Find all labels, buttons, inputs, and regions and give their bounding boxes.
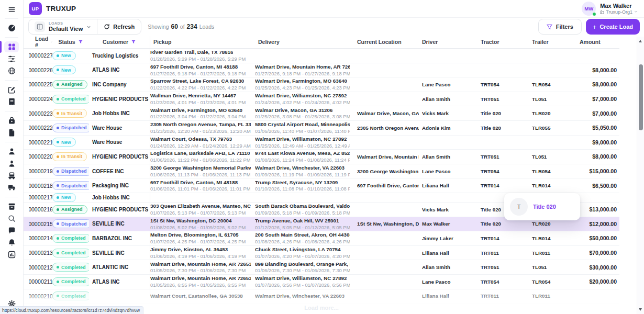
current-location bbox=[354, 77, 419, 92]
speedometer-icon bbox=[4, 23, 19, 33]
table-row[interactable]: 00000224CompletedHYGIENIC PRODUCTSWallma… bbox=[24, 92, 619, 107]
tractor-link[interactable]: Title 020 bbox=[533, 204, 556, 210]
trailer-link[interactable]: TL051 bbox=[529, 260, 579, 274]
avatar[interactable]: MW bbox=[582, 2, 596, 16]
tractor-link[interactable] bbox=[478, 136, 529, 150]
sidebar-item-receipt[interactable] bbox=[0, 96, 24, 107]
trailer-link[interactable] bbox=[529, 63, 579, 77]
table-row[interactable]: 00000220In TransitHYGIENIC PRODUCTSLogis… bbox=[24, 150, 619, 164]
column-header-status[interactable]: Status bbox=[52, 36, 89, 48]
tractor-link[interactable]: TRT011 bbox=[478, 246, 529, 260]
trailer-link[interactable]: TLR054 bbox=[529, 164, 579, 178]
table-row[interactable]: 00000211CompletedATLAS INCWalmart Drive,… bbox=[24, 275, 619, 289]
trailer-link[interactable]: TLR054 bbox=[529, 77, 579, 92]
sidebar-item-truck[interactable] bbox=[0, 182, 24, 193]
column-header-load[interactable]: Load # bbox=[29, 36, 52, 48]
trailer-link[interactable] bbox=[529, 49, 579, 63]
trailer-link[interactable]: TLR014 bbox=[529, 178, 579, 193]
driver-link[interactable]: Allan Smith bbox=[419, 92, 478, 106]
trailer-link[interactable] bbox=[529, 136, 579, 150]
menu-icon[interactable] bbox=[4, 4, 19, 15]
table-row[interactable]: 00000212CompletedATLANTIC INCWalmart Dri… bbox=[24, 260, 619, 275]
user-menu[interactable]: MW Max Walker Truxup-Org1 bbox=[582, 2, 638, 16]
table-row[interactable]: 00000227NewTrucking LogisticsRiver Garde… bbox=[24, 49, 619, 63]
driver-link[interactable]: Allan Smith bbox=[419, 260, 478, 274]
tractor-link[interactable]: TRT051 bbox=[478, 260, 529, 274]
driver-link[interactable]: Lane Pasco bbox=[419, 164, 478, 178]
load-more-button[interactable]: Load more... bbox=[304, 305, 338, 311]
driver-link[interactable]: Max Walker bbox=[419, 217, 478, 231]
table-row[interactable]: 00000221NewWare HouseWalmart Court, Odes… bbox=[24, 136, 619, 150]
table-row[interactable]: 00000226NewATLAS INC697 Foothill Drive, … bbox=[24, 63, 619, 78]
tractor-link[interactable] bbox=[478, 63, 529, 77]
trailer-link[interactable]: TLR011 bbox=[529, 246, 579, 260]
trailer-link[interactable]: TLR014 bbox=[529, 231, 579, 245]
scroll-up-arrow[interactable] bbox=[639, 39, 642, 42]
refresh-button[interactable]: Refresh bbox=[97, 19, 141, 34]
sidebar-item-file[interactable] bbox=[0, 127, 24, 138]
sidebar-item-globe[interactable] bbox=[0, 65, 24, 76]
sidebar-item-archive[interactable] bbox=[0, 201, 24, 212]
tractor-link[interactable]: TRT014 bbox=[478, 231, 529, 245]
tractor-link[interactable]: TRT014 bbox=[478, 178, 529, 193]
table-body: 00000227NewTrucking LogisticsRiver Garde… bbox=[24, 49, 619, 304]
trailer-link[interactable]: TLR020 bbox=[529, 106, 579, 120]
scrollbar-thumb[interactable] bbox=[639, 64, 643, 130]
driver-link[interactable]: Liliana Hall bbox=[419, 178, 478, 193]
sidebar-item-driver[interactable] bbox=[0, 158, 24, 169]
driver-link[interactable]: Jimmy Laker bbox=[419, 231, 478, 245]
driver-link[interactable]: Vicks Mark bbox=[419, 106, 478, 120]
tractor-link[interactable]: TRT054 bbox=[478, 77, 529, 92]
table-row[interactable]: 00000219DispatchedCOFFEE INC3200 George … bbox=[24, 164, 619, 179]
vertical-scrollbar[interactable] bbox=[637, 37, 644, 314]
tractor-link[interactable]: TRT054 bbox=[478, 164, 529, 178]
driver-link[interactable]: Adonis Kim bbox=[419, 121, 478, 135]
sidebar-item-speedometer[interactable] bbox=[0, 23, 24, 33]
tractor-link[interactable] bbox=[478, 49, 529, 63]
table-row[interactable]: 00000223In TransitJob Hobbs INCWalmart D… bbox=[24, 106, 619, 121]
table-row[interactable]: 00000225AssignedINC CompanySparrow Stree… bbox=[24, 77, 619, 92]
sidebar-item-board[interactable] bbox=[0, 41, 24, 52]
sidebar-item-chart[interactable] bbox=[0, 249, 24, 260]
tractor-link[interactable]: Title 020 bbox=[478, 106, 529, 120]
sidebar-item-person[interactable] bbox=[0, 146, 24, 157]
table-row[interactable]: 00000222DispatchedWare House2305 North O… bbox=[24, 121, 619, 136]
sidebar-item-bell[interactable] bbox=[0, 237, 24, 248]
trailer-link[interactable]: TL051 bbox=[529, 92, 579, 106]
amount: $12,000.00 bbox=[579, 217, 619, 231]
tractor-link[interactable]: TRT054 bbox=[478, 275, 529, 289]
driver-link[interactable]: Liliana Hall bbox=[419, 246, 478, 260]
driver-link[interactable]: Lane Pasco bbox=[419, 275, 478, 289]
driver-link[interactable] bbox=[419, 193, 478, 202]
tractor-link[interactable]: TRT051 bbox=[478, 150, 529, 164]
delivery: 200 South Main Street, Akron, OH 4430801… bbox=[255, 231, 354, 245]
sidebar-item-lock[interactable] bbox=[0, 115, 24, 126]
driver-link[interactable]: Lane Pasco bbox=[419, 77, 478, 92]
scroll-down-arrow[interactable] bbox=[639, 308, 642, 311]
sidebar-item-chat[interactable] bbox=[0, 225, 24, 236]
driver-link[interactable]: Allan Smith bbox=[419, 150, 478, 164]
driver-link[interactable]: Vicks Mark bbox=[419, 203, 478, 217]
driver-link[interactable] bbox=[419, 49, 478, 63]
view-switcher[interactable]: LOADS Default View bbox=[29, 19, 97, 34]
sidebar-item-lanes[interactable] bbox=[0, 53, 24, 64]
driver-link[interactable] bbox=[419, 136, 478, 150]
table-row[interactable]: 00000218DispatchedPackaging INC697 Footh… bbox=[24, 178, 619, 193]
trailer-link[interactable]: TL051 bbox=[529, 150, 579, 164]
create-load-button[interactable]: + Create Load bbox=[586, 19, 640, 35]
trailer-link[interactable]: TLR054 bbox=[529, 275, 579, 289]
column-header-customer[interactable]: Customer bbox=[89, 36, 150, 48]
tractor-link[interactable]: Title 020 bbox=[478, 121, 529, 135]
tractor-link[interactable]: TRT051 bbox=[478, 92, 529, 106]
table-row[interactable]: 00000214CompletedBARBAZOL INCMelton Driv… bbox=[24, 231, 619, 246]
edit-document-icon bbox=[4, 84, 19, 95]
table-row[interactable]: 00000213CompletedSEVILLE INCJimmy Drive,… bbox=[24, 246, 619, 261]
current-location: 1St St Nw, Washington, DC 2... bbox=[354, 217, 419, 231]
sidebar-item-tractor[interactable] bbox=[0, 170, 24, 181]
driver-link[interactable] bbox=[419, 63, 478, 77]
filters-button[interactable]: Filters bbox=[538, 19, 582, 35]
sidebar-item-search[interactable] bbox=[0, 213, 24, 224]
sidebar-item-edit-document[interactable] bbox=[0, 84, 24, 95]
status-cell: New bbox=[52, 193, 89, 202]
trailer-link[interactable]: TLR055 bbox=[529, 121, 579, 135]
